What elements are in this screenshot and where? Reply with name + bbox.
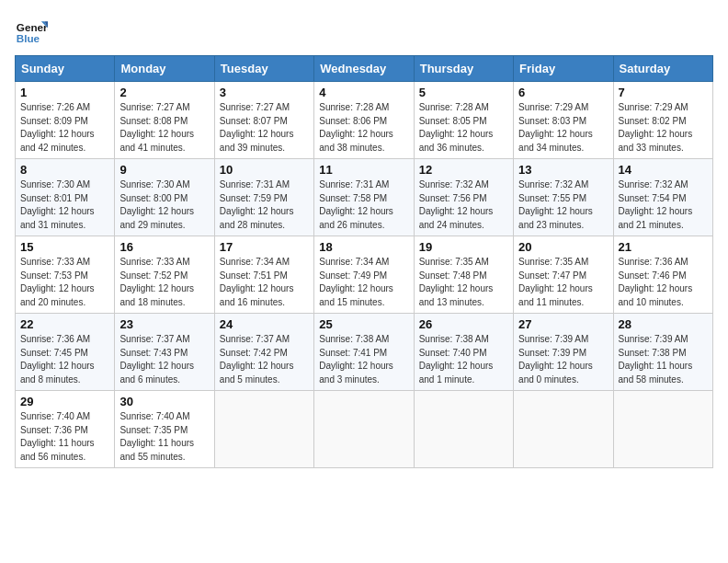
- calendar-day-cell: 22Sunrise: 7:36 AMSunset: 7:45 PMDayligh…: [16, 314, 115, 391]
- day-info: Sunrise: 7:40 AMSunset: 7:35 PMDaylight:…: [119, 410, 209, 464]
- calendar-day-cell: 19Sunrise: 7:35 AMSunset: 7:48 PMDayligh…: [414, 236, 513, 314]
- day-number: 29: [20, 395, 109, 408]
- calendar-table: SundayMondayTuesdayWednesdayThursdayFrid…: [15, 55, 713, 468]
- calendar-day-cell: [514, 391, 613, 468]
- calendar-day-cell: [414, 391, 513, 468]
- day-number: 24: [220, 317, 309, 331]
- calendar-day-cell: 4Sunrise: 7:28 AMSunset: 8:06 PMDaylight…: [314, 82, 414, 159]
- day-info: Sunrise: 7:34 AMSunset: 7:49 PMDaylight:…: [319, 256, 408, 309]
- calendar-day-cell: 3Sunrise: 7:27 AMSunset: 8:07 PMDaylight…: [214, 82, 313, 159]
- day-number: 5: [419, 86, 508, 99]
- day-number: 2: [119, 86, 209, 99]
- day-info: Sunrise: 7:39 AMSunset: 7:38 PMDaylight:…: [619, 333, 708, 386]
- calendar-day-cell: 30Sunrise: 7:40 AMSunset: 7:35 PMDayligh…: [115, 391, 214, 468]
- day-number: 8: [20, 163, 109, 177]
- calendar-day-cell: 5Sunrise: 7:28 AMSunset: 8:05 PMDaylight…: [414, 82, 513, 159]
- day-number: 25: [319, 317, 408, 331]
- day-info: Sunrise: 7:37 AMSunset: 7:42 PMDaylight:…: [220, 333, 309, 386]
- day-info: Sunrise: 7:29 AMSunset: 8:03 PMDaylight:…: [518, 101, 608, 155]
- weekday-header-cell: Wednesday: [314, 56, 414, 82]
- day-info: Sunrise: 7:37 AMSunset: 7:43 PMDaylight:…: [119, 333, 209, 386]
- weekday-header-cell: Thursday: [414, 56, 513, 82]
- day-info: Sunrise: 7:28 AMSunset: 8:06 PMDaylight:…: [319, 101, 408, 155]
- calendar-day-cell: 27Sunrise: 7:39 AMSunset: 7:39 PMDayligh…: [514, 314, 613, 391]
- day-number: 16: [119, 240, 209, 254]
- calendar-day-cell: 12Sunrise: 7:32 AMSunset: 7:56 PMDayligh…: [414, 159, 513, 236]
- day-info: Sunrise: 7:30 AMSunset: 8:01 PMDaylight:…: [20, 178, 109, 232]
- day-number: 30: [119, 395, 209, 408]
- calendar-day-cell: 28Sunrise: 7:39 AMSunset: 7:38 PMDayligh…: [613, 314, 712, 391]
- weekday-header-cell: Friday: [514, 56, 613, 82]
- day-info: Sunrise: 7:27 AMSunset: 8:07 PMDaylight:…: [220, 101, 309, 155]
- day-info: Sunrise: 7:26 AMSunset: 8:09 PMDaylight:…: [20, 101, 109, 155]
- calendar-day-cell: 18Sunrise: 7:34 AMSunset: 7:49 PMDayligh…: [314, 236, 414, 314]
- day-number: 3: [220, 86, 309, 99]
- calendar-week-row: 15Sunrise: 7:33 AMSunset: 7:53 PMDayligh…: [16, 236, 713, 314]
- day-number: 1: [20, 86, 109, 99]
- day-number: 6: [518, 86, 608, 99]
- day-info: Sunrise: 7:31 AMSunset: 7:58 PMDaylight:…: [319, 178, 408, 232]
- day-info: Sunrise: 7:34 AMSunset: 7:51 PMDaylight:…: [220, 256, 309, 309]
- day-number: 9: [119, 163, 209, 177]
- calendar-day-cell: [214, 391, 313, 468]
- day-info: Sunrise: 7:40 AMSunset: 7:36 PMDaylight:…: [20, 410, 109, 464]
- day-number: 21: [619, 240, 708, 254]
- weekday-header-cell: Monday: [115, 56, 214, 82]
- calendar-day-cell: 8Sunrise: 7:30 AMSunset: 8:01 PMDaylight…: [16, 159, 115, 236]
- calendar-week-row: 1Sunrise: 7:26 AMSunset: 8:09 PMDaylight…: [16, 82, 713, 159]
- calendar-day-cell: 10Sunrise: 7:31 AMSunset: 7:59 PMDayligh…: [214, 159, 313, 236]
- day-number: 15: [20, 240, 109, 254]
- day-info: Sunrise: 7:32 AMSunset: 7:55 PMDaylight:…: [518, 178, 608, 232]
- day-info: Sunrise: 7:38 AMSunset: 7:41 PMDaylight:…: [319, 333, 408, 386]
- day-info: Sunrise: 7:38 AMSunset: 7:40 PMDaylight:…: [419, 333, 508, 386]
- day-info: Sunrise: 7:28 AMSunset: 8:05 PMDaylight:…: [419, 101, 508, 155]
- calendar-day-cell: 14Sunrise: 7:32 AMSunset: 7:54 PMDayligh…: [613, 159, 712, 236]
- day-number: 13: [518, 163, 608, 177]
- calendar-day-cell: 24Sunrise: 7:37 AMSunset: 7:42 PMDayligh…: [214, 314, 313, 391]
- weekday-header-cell: Sunday: [16, 56, 115, 82]
- calendar-day-cell: 21Sunrise: 7:36 AMSunset: 7:46 PMDayligh…: [613, 236, 712, 314]
- day-number: 26: [419, 317, 508, 331]
- calendar-day-cell: 25Sunrise: 7:38 AMSunset: 7:41 PMDayligh…: [314, 314, 414, 391]
- day-info: Sunrise: 7:29 AMSunset: 8:02 PMDaylight:…: [619, 101, 708, 155]
- calendar-week-row: 29Sunrise: 7:40 AMSunset: 7:36 PMDayligh…: [16, 391, 713, 468]
- calendar-day-cell: 17Sunrise: 7:34 AMSunset: 7:51 PMDayligh…: [214, 236, 313, 314]
- day-info: Sunrise: 7:32 AMSunset: 7:56 PMDaylight:…: [419, 178, 508, 232]
- svg-text:Blue: Blue: [17, 32, 40, 44]
- day-info: Sunrise: 7:36 AMSunset: 7:45 PMDaylight:…: [20, 333, 109, 386]
- day-info: Sunrise: 7:27 AMSunset: 8:08 PMDaylight:…: [119, 101, 209, 155]
- calendar-day-cell: 20Sunrise: 7:35 AMSunset: 7:47 PMDayligh…: [514, 236, 613, 314]
- calendar-day-cell: 16Sunrise: 7:33 AMSunset: 7:52 PMDayligh…: [115, 236, 214, 314]
- calendar-day-cell: 9Sunrise: 7:30 AMSunset: 8:00 PMDaylight…: [115, 159, 214, 236]
- day-number: 28: [619, 317, 708, 331]
- day-number: 22: [20, 317, 109, 331]
- calendar-day-cell: 6Sunrise: 7:29 AMSunset: 8:03 PMDaylight…: [514, 82, 613, 159]
- calendar-day-cell: 1Sunrise: 7:26 AMSunset: 8:09 PMDaylight…: [16, 82, 115, 159]
- day-number: 11: [319, 163, 408, 177]
- day-info: Sunrise: 7:35 AMSunset: 7:47 PMDaylight:…: [518, 256, 608, 309]
- day-info: Sunrise: 7:32 AMSunset: 7:54 PMDaylight:…: [619, 178, 708, 232]
- day-info: Sunrise: 7:31 AMSunset: 7:59 PMDaylight:…: [220, 178, 309, 232]
- day-number: 27: [518, 317, 608, 331]
- calendar-day-cell: 2Sunrise: 7:27 AMSunset: 8:08 PMDaylight…: [115, 82, 214, 159]
- calendar-day-cell: [314, 391, 414, 468]
- day-number: 19: [419, 240, 508, 254]
- logo: General Blue: [15, 15, 51, 48]
- calendar-day-cell: 13Sunrise: 7:32 AMSunset: 7:55 PMDayligh…: [514, 159, 613, 236]
- day-info: Sunrise: 7:39 AMSunset: 7:39 PMDaylight:…: [518, 333, 608, 386]
- calendar-day-cell: 29Sunrise: 7:40 AMSunset: 7:36 PMDayligh…: [16, 391, 115, 468]
- page-header: General Blue: [15, 15, 713, 48]
- day-number: 12: [419, 163, 508, 177]
- calendar-day-cell: 15Sunrise: 7:33 AMSunset: 7:53 PMDayligh…: [16, 236, 115, 314]
- day-number: 4: [319, 86, 408, 99]
- day-number: 17: [220, 240, 309, 254]
- calendar-day-cell: 7Sunrise: 7:29 AMSunset: 8:02 PMDaylight…: [613, 82, 712, 159]
- weekday-header-row: SundayMondayTuesdayWednesdayThursdayFrid…: [16, 56, 713, 82]
- calendar-week-row: 22Sunrise: 7:36 AMSunset: 7:45 PMDayligh…: [16, 314, 713, 391]
- calendar-day-cell: [613, 391, 712, 468]
- day-info: Sunrise: 7:36 AMSunset: 7:46 PMDaylight:…: [619, 256, 708, 309]
- day-info: Sunrise: 7:35 AMSunset: 7:48 PMDaylight:…: [419, 256, 508, 309]
- weekday-header-cell: Tuesday: [214, 56, 313, 82]
- day-number: 14: [619, 163, 708, 177]
- day-number: 20: [518, 240, 608, 254]
